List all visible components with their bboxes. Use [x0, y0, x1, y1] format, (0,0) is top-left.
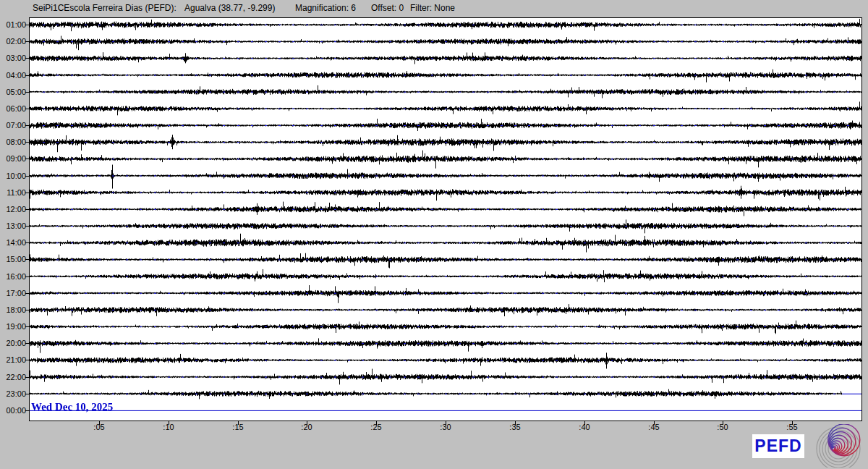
filter-label: Filter: None — [410, 3, 455, 13]
hour-tick — [25, 125, 29, 126]
hour-label: 04:00 — [0, 70, 26, 80]
hour-label: 01:00 — [0, 20, 26, 30]
hour-label: 10:00 — [0, 171, 26, 181]
station-badge: PEFD — [752, 434, 804, 458]
minute-label: :25 — [364, 423, 388, 432]
minute-label: :30 — [433, 423, 458, 432]
hour-label: 23:00 — [0, 389, 26, 399]
hour-tick — [25, 326, 29, 327]
hour-label: 11:00 — [0, 187, 26, 198]
hour-tick — [25, 343, 29, 344]
hour-label: 15:00 — [0, 254, 26, 264]
hour-tick — [25, 410, 29, 411]
hour-tick — [25, 310, 29, 310]
hour-tick — [25, 25, 29, 25]
hour-tick — [25, 159, 29, 159]
hour-tick — [25, 176, 29, 177]
app-window: SeiPi1CEscola Ferreira Dias (PEFD): Agua… — [0, 0, 868, 469]
helicorder-plot[interactable]: Wed Dec 10, 2025 — [29, 17, 862, 421]
hour-tick — [25, 293, 29, 294]
hour-tick — [25, 58, 29, 59]
station-title: SeiPi1CEscola Ferreira Dias (PEFD): — [33, 3, 176, 13]
minute-label: :40 — [572, 423, 597, 432]
hour-tick — [25, 394, 29, 394]
seismogram-spiral-logo-icon — [812, 424, 867, 468]
hour-label: 18:00 — [0, 305, 26, 315]
hour-tick — [25, 209, 29, 210]
hour-label: 13:00 — [0, 221, 26, 231]
hour-label: 12:00 — [0, 204, 26, 214]
hour-tick — [25, 360, 29, 360]
hour-label: 17:00 — [0, 288, 26, 298]
day-boundary-date-label: Wed Dec 10, 2025 — [31, 401, 113, 413]
hour-label: 00:00 — [0, 405, 26, 415]
hour-label: 20:00 — [0, 338, 26, 348]
minute-label: :15 — [226, 423, 250, 432]
hour-tick — [25, 75, 29, 76]
minute-label: :05 — [87, 423, 111, 432]
hour-tick — [25, 92, 29, 93]
magnification-label: Magnification: 6 — [295, 3, 356, 13]
hour-label: 03:00 — [0, 53, 26, 63]
station-badge-text: PEFD — [754, 436, 801, 456]
hour-label: 19:00 — [0, 321, 26, 331]
station-location: Agualva (38.77, -9.299) — [184, 3, 275, 13]
hour-label: 08:00 — [0, 137, 26, 147]
hour-tick — [25, 377, 29, 378]
offset-label: Offset: 0 — [371, 3, 404, 13]
hour-tick — [25, 226, 29, 227]
hour-label: 05:00 — [0, 87, 26, 97]
minute-label: :45 — [642, 423, 666, 432]
seismogram-canvas[interactable] — [30, 18, 861, 421]
hour-tick — [25, 142, 29, 143]
hour-label: 16:00 — [0, 271, 26, 282]
minute-label: :35 — [503, 423, 527, 432]
hour-tick — [25, 193, 29, 193]
hour-label: 14:00 — [0, 237, 26, 248]
hour-tick — [25, 109, 29, 109]
hour-label: 22:00 — [0, 372, 26, 382]
hour-tick — [25, 276, 29, 277]
hour-label: 09:00 — [0, 153, 26, 164]
minute-label: :20 — [294, 423, 319, 432]
hour-label: 02:00 — [0, 36, 26, 46]
minute-label: :10 — [156, 423, 181, 432]
minute-label: :55 — [780, 423, 804, 432]
hour-label: 21:00 — [0, 355, 26, 365]
minute-label: :50 — [710, 423, 735, 432]
hour-tick — [25, 259, 29, 260]
hour-label: 07:00 — [0, 120, 26, 130]
hour-label: 06:00 — [0, 103, 26, 114]
hour-tick — [25, 242, 29, 243]
hour-tick — [25, 41, 29, 42]
